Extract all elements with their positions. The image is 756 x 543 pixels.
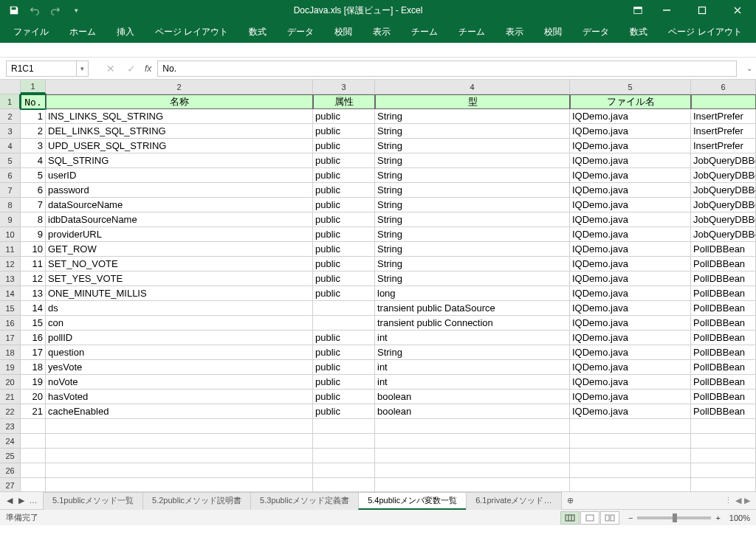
scroll-left-icon[interactable]: ◀	[735, 496, 741, 505]
cancel-formula-icon[interactable]: ✕	[100, 60, 121, 77]
zoom-level[interactable]: 100%	[729, 513, 750, 522]
empty-cell[interactable]	[570, 434, 691, 449]
data-cell[interactable]: PollDBBean	[691, 242, 756, 257]
data-cell[interactable]: IQDemo.java	[570, 198, 691, 212]
row-header[interactable]: 3	[0, 124, 21, 139]
row-header[interactable]: 26	[0, 463, 21, 478]
empty-cell[interactable]	[375, 419, 570, 434]
data-cell[interactable]: cacheEnabled	[46, 404, 313, 419]
data-cell[interactable]: IQDemo.java	[570, 139, 691, 153]
row-header[interactable]: 18	[0, 345, 21, 360]
row-header[interactable]: 1	[0, 94, 21, 109]
data-cell[interactable]: int	[375, 360, 570, 375]
data-cell[interactable]: 21	[21, 404, 46, 419]
data-cell[interactable]: IQDemo.java	[570, 301, 691, 316]
data-cell[interactable]: INS_LINKS_SQL_STRING	[46, 109, 313, 124]
empty-cell[interactable]	[21, 419, 46, 434]
data-cell[interactable]: userID	[46, 168, 313, 183]
row-header[interactable]: 19	[0, 360, 21, 375]
empty-cell[interactable]	[570, 463, 691, 478]
empty-cell[interactable]	[21, 478, 46, 491]
empty-cell[interactable]	[46, 449, 313, 463]
data-cell[interactable]: PollDBBean	[691, 272, 756, 286]
data-cell[interactable]: IQDemo.java	[570, 390, 691, 404]
data-cell[interactable]: hasVoted	[46, 390, 313, 404]
close-button[interactable]	[721, 0, 755, 21]
data-cell[interactable]: 13	[21, 286, 46, 301]
data-cell[interactable]: PollDBBean	[691, 286, 756, 301]
zoom-slider[interactable]	[637, 516, 711, 519]
empty-cell[interactable]	[691, 478, 756, 491]
data-cell[interactable]: IQDemo.java	[570, 124, 691, 139]
data-cell[interactable]: 20	[21, 390, 46, 404]
data-cell[interactable]: public	[313, 139, 375, 153]
data-cell[interactable]: String	[375, 109, 570, 124]
column-header[interactable]: 5	[570, 80, 691, 94]
empty-cell[interactable]	[691, 449, 756, 463]
empty-cell[interactable]	[570, 449, 691, 463]
empty-cell[interactable]	[313, 478, 375, 491]
empty-cell[interactable]	[46, 463, 313, 478]
ribbon-tab[interactable]: 校閲	[324, 21, 362, 43]
data-cell[interactable]: JobQueryDBBe	[691, 198, 756, 212]
data-cell[interactable]: String	[375, 345, 570, 360]
data-cell[interactable]: IQDemo.java	[570, 404, 691, 419]
data-cell[interactable]: public	[313, 242, 375, 257]
data-cell[interactable]: IQDemo.java	[570, 257, 691, 272]
empty-cell[interactable]	[313, 419, 375, 434]
empty-cell[interactable]	[313, 463, 375, 478]
row-header[interactable]: 27	[0, 478, 21, 491]
data-cell[interactable]: GET_ROW	[46, 242, 313, 257]
sheet-tab[interactable]: 5.4publicメンバ変数一覧	[358, 492, 467, 510]
data-cell[interactable]: public	[313, 390, 375, 404]
zoom-out-button[interactable]: −	[628, 513, 633, 522]
formula-bar-expand-icon[interactable]: ⌄	[743, 64, 756, 72]
row-header[interactable]: 12	[0, 257, 21, 272]
data-cell[interactable]: public	[313, 272, 375, 286]
row-header[interactable]: 9	[0, 212, 21, 227]
page-break-view-icon[interactable]	[600, 511, 619, 525]
data-cell[interactable]: int	[375, 375, 570, 390]
data-cell[interactable]: IQDemo.java	[570, 375, 691, 390]
empty-cell[interactable]	[375, 434, 570, 449]
column-header[interactable]: 2	[46, 80, 313, 94]
ribbon-tab[interactable]: 表示	[495, 21, 534, 43]
data-cell[interactable]: String	[375, 212, 570, 227]
data-cell[interactable]: DEL_LINKS_SQL_STRING	[46, 124, 313, 139]
data-cell[interactable]: IQDemo.java	[570, 109, 691, 124]
data-cell[interactable]: 18	[21, 360, 46, 375]
data-cell[interactable]: PollDBBean	[691, 390, 756, 404]
data-cell[interactable]: 8	[21, 212, 46, 227]
data-cell[interactable]: public	[313, 124, 375, 139]
data-cell[interactable]: String	[375, 124, 570, 139]
header-cell[interactable]: 属性	[313, 94, 375, 109]
data-cell[interactable]: InsertPrefer	[691, 109, 756, 124]
column-header[interactable]: 4	[375, 80, 570, 94]
data-cell[interactable]: IQDemo.java	[570, 153, 691, 168]
row-header[interactable]: 14	[0, 286, 21, 301]
empty-cell[interactable]	[375, 463, 570, 478]
data-cell[interactable]: long	[375, 286, 570, 301]
data-cell[interactable]: JobQueryDBBe	[691, 183, 756, 198]
data-cell[interactable]: PollDBBean	[691, 360, 756, 375]
column-header[interactable]: 6	[691, 80, 756, 94]
data-cell[interactable]: String	[375, 242, 570, 257]
enter-formula-icon[interactable]: ✓	[121, 60, 142, 77]
data-cell[interactable]: noVote	[46, 375, 313, 390]
data-cell[interactable]: IQDemo.java	[570, 316, 691, 331]
name-box-dropdown-icon[interactable]: ▾	[77, 60, 89, 77]
data-cell[interactable]: public	[313, 212, 375, 227]
data-cell[interactable]: ds	[46, 301, 313, 316]
data-cell[interactable]: con	[46, 316, 313, 331]
ribbon-tab[interactable]: 数式	[238, 21, 277, 43]
empty-cell[interactable]	[21, 463, 46, 478]
data-cell[interactable]: String	[375, 227, 570, 242]
row-header[interactable]: 25	[0, 449, 21, 463]
data-cell[interactable]: public	[313, 153, 375, 168]
data-cell[interactable]: 1	[21, 109, 46, 124]
row-header[interactable]: 24	[0, 434, 21, 449]
data-cell[interactable]: public	[313, 375, 375, 390]
ribbon-tab[interactable]: 校閲	[534, 21, 572, 43]
data-cell[interactable]: String	[375, 168, 570, 183]
data-cell[interactable]: boolean	[375, 390, 570, 404]
